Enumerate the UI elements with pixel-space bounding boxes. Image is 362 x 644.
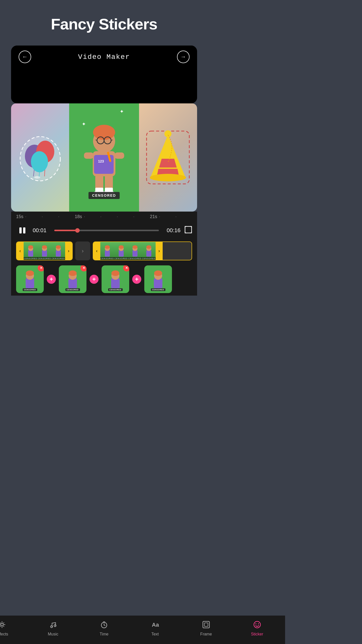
timeline-ruler: 15s • • • 18s • • • • 21s • •: [11, 212, 197, 222]
back-button[interactable]: ←: [19, 51, 31, 63]
ruler-dot-1: •: [25, 216, 42, 218]
clip-frame-7: CENSORED: [142, 242, 156, 260]
sparkle-icon-2: ✦: [82, 121, 86, 127]
balloon-sticker-container: [19, 134, 62, 181]
party-hat-svg: [143, 127, 193, 188]
clip-frame-label-3: CENSORED: [51, 257, 65, 260]
svg-point-40: [28, 245, 33, 249]
svg-point-46: [56, 245, 61, 249]
character-panel: ✦ ✦ 123: [69, 103, 139, 212]
clip-frame-1: CENSORED: [24, 242, 37, 260]
party-hat-panel: [139, 103, 197, 212]
play-pause-button[interactable]: [16, 225, 29, 235]
progress-fill: [54, 230, 77, 231]
video-preview-area: [11, 68, 197, 103]
clip-right-arrow-right-group[interactable]: ›: [156, 242, 163, 260]
clip-figure-svg-2: [39, 244, 50, 258]
thumbnail-4[interactable]: CENSORED: [144, 265, 172, 293]
svg-rect-17: [94, 155, 114, 174]
ruler-mark-18: 18s: [75, 214, 82, 219]
thumbnail-3[interactable]: CENSORED ×: [102, 265, 129, 293]
sticker-showcase: ✦ ✦ 123: [11, 103, 197, 212]
sparkle-icon-1: ✦: [120, 108, 124, 114]
clip-group-right: ‹ CENSORED: [93, 242, 192, 260]
clip-figure-svg-7: [144, 244, 154, 258]
svg-rect-15: [84, 152, 94, 159]
ruler-mark-15: 15s: [16, 214, 23, 219]
thumb-censored-1: CENSORED: [23, 288, 37, 291]
current-time: 00:01: [33, 227, 50, 234]
clip-frame-label-7: CENSORED: [142, 257, 156, 260]
svg-point-7: [34, 176, 40, 179]
ruler-mark-21: 21s: [150, 214, 157, 219]
svg-rect-38: [28, 250, 33, 257]
video-maker-title: Video Maker: [78, 53, 130, 61]
thumbnail-1[interactable]: CENSORED ×: [16, 265, 44, 293]
add-clip-button-1[interactable]: +: [47, 275, 56, 284]
svg-point-58: [146, 245, 151, 249]
ruler-dot-3: •: [58, 216, 75, 218]
fullscreen-icon: [185, 226, 192, 233]
svg-rect-41: [42, 250, 47, 257]
thumb-censored-3: CENSORED: [108, 288, 123, 291]
clip-frame-label-4: CENSORED: [100, 257, 114, 260]
clip-frame-label-5: CENSORED: [114, 257, 128, 260]
clip-frame-5: CENSORED: [114, 242, 128, 260]
add-clip-button-2[interactable]: +: [89, 275, 99, 284]
clip-frame-4: CENSORED: [100, 242, 114, 260]
clip-frames-right: CENSORED CENSORED: [100, 242, 156, 260]
clip-figure-svg-5: [116, 244, 126, 258]
svg-point-55: [132, 245, 138, 249]
svg-marker-32: [159, 159, 177, 168]
clip-left-arrow[interactable]: ‹: [17, 242, 24, 260]
svg-point-33: [150, 174, 186, 181]
clip-group-left: ‹ CENSORED: [16, 242, 73, 260]
clip-frame-label-2: CENSORED: [37, 257, 51, 260]
svg-rect-56: [146, 250, 151, 257]
progress-bar[interactable]: [54, 230, 159, 231]
clip-separator-icon: ›: [82, 248, 83, 254]
svg-point-43: [42, 245, 47, 249]
svg-point-70: [154, 270, 162, 276]
ruler-dot-6: •: [117, 216, 133, 218]
svg-point-49: [105, 245, 110, 249]
thumb-censored-2: CENSORED: [65, 288, 80, 291]
ruler-dot-9: •: [176, 216, 192, 218]
ruler-dot-4: •: [84, 216, 100, 218]
clip-strip: ‹ CENSORED: [11, 239, 197, 263]
clip-left-arrow-right-group[interactable]: ‹: [93, 242, 100, 260]
clip-frame-label-1: CENSORED: [24, 257, 37, 260]
video-maker-header: ← Video Maker →: [11, 46, 197, 68]
svg-rect-35: [19, 227, 22, 233]
ruler-dot-7: •: [133, 216, 150, 218]
page-title: Fancy Stickers: [51, 15, 157, 33]
character-svg: 123: [79, 112, 129, 203]
svg-point-5: [31, 151, 48, 172]
clip-figure-svg-3: [53, 244, 63, 258]
thumb-figure-2: [64, 269, 81, 290]
clip-frame-2: CENSORED: [37, 242, 51, 260]
svg-point-52: [119, 245, 124, 249]
svg-point-67: [111, 270, 119, 276]
ruler-dot-2: •: [42, 216, 58, 218]
thumb-figure-1: [21, 269, 39, 290]
thumbnail-strip: CENSORED × + CENSORED × +: [11, 263, 197, 296]
forward-button[interactable]: →: [177, 51, 190, 63]
clip-figure-svg-1: [26, 244, 36, 258]
playback-bar: 00:01 00:16: [11, 222, 197, 239]
clip-right-arrow-left-group[interactable]: ›: [65, 242, 72, 260]
clip-frames-left: CENSORED CENSORED: [24, 242, 65, 260]
clip-frame-6: CENSORED: [128, 242, 142, 260]
svg-point-23: [93, 125, 115, 140]
clip-frame-3: CENSORED: [51, 242, 65, 260]
add-clip-button-3[interactable]: +: [132, 275, 141, 284]
svg-rect-44: [56, 250, 61, 257]
clip-separator[interactable]: ›: [75, 242, 90, 260]
thumbnail-2[interactable]: CENSORED ×: [59, 265, 86, 293]
progress-thumb[interactable]: [75, 228, 80, 233]
fullscreen-button[interactable]: [185, 226, 192, 235]
clip-figure-svg-4: [102, 244, 112, 258]
svg-rect-50: [119, 250, 124, 257]
thumb-figure-4: [149, 269, 167, 290]
ruler-dot-5: •: [101, 216, 117, 218]
